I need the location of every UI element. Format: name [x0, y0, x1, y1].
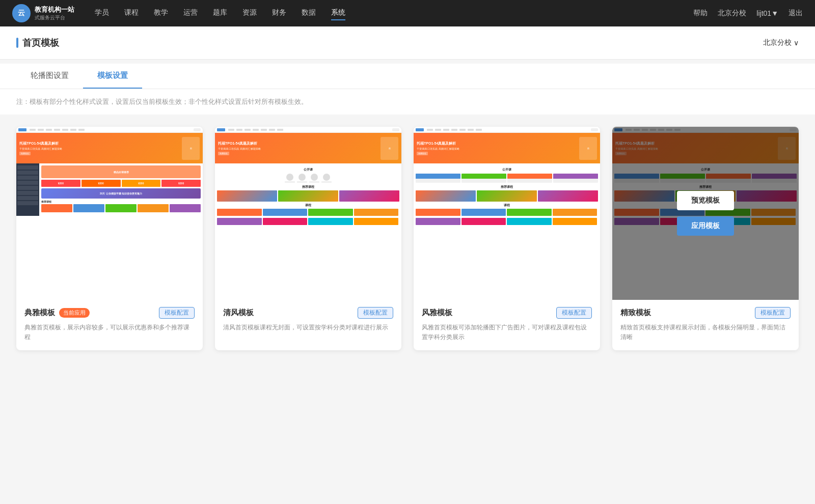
card-title-row-template-2: 清风模板模板配置	[223, 307, 393, 319]
card-footer-template-3: 风雅模板模板配置风雅首页模板可添加轮播图下广告图片，可对课程及课程包设置学科分类…	[414, 300, 600, 350]
template-preview-template-1: 托福TPO1-54真题及解析 干货满满 口语实战 高频词汇 解题策略 免费报名 …	[16, 127, 203, 300]
nav-menu-item-教学[interactable]: 教学	[154, 6, 168, 20]
config-button-template-1[interactable]: 模板配置	[159, 307, 195, 319]
config-button-template-2[interactable]: 模板配置	[358, 307, 393, 319]
logo-icon: 云	[12, 4, 31, 22]
card-title-row-template-3: 风雅模板模板配置	[422, 307, 592, 319]
card-footer-template-4: 精致模板模板配置精致首页模板支持课程展示封面，各模板分隔明显，界面简洁清晰	[612, 300, 799, 350]
tab-group: 轮播图设置模板设置	[16, 64, 799, 89]
content-area: 托福TPO1-54真题及解析 干货满满 口语实战 高频词汇 解题策略 免费报名 …	[0, 115, 815, 362]
apply-button-template-3[interactable]: 应用模板	[478, 216, 535, 236]
top-navigation: 云 教育机构一站 式服务云平台 学员课程教学运营题库资源财务数据系统 帮助 北京…	[0, 0, 815, 26]
template-card-template-4: 托福TPO1-54真题及解析 干货满满 口语实战 高频词汇 解题策略 免费报名 …	[612, 127, 799, 350]
nav-menu-item-数据[interactable]: 数据	[302, 6, 316, 20]
template-preview-template-3: 托福TPO1-54真题及解析 干货满满 口语实战 高频词汇 解题策略 免费报名 …	[414, 127, 600, 300]
page-title: 首页模板	[22, 37, 59, 49]
nav-menu-item-学员[interactable]: 学员	[95, 6, 109, 20]
nav-right: 帮助 北京分校 lijt01▼ 退出	[693, 9, 803, 18]
template-desc-template-1: 典雅首页模板，展示内容较多，可以展示优惠券和多个推荐课程	[24, 323, 195, 342]
logo-text: 教育机构一站 式服务云平台	[35, 5, 74, 21]
template-name-template-2: 清风模板	[223, 308, 254, 318]
card-footer-template-2: 清风模板模板配置清风首页模板课程无封面，可设置按学科分类对课程进行展示	[215, 300, 401, 341]
nav-menu: 学员课程教学运营题库资源财务数据系统	[95, 6, 693, 20]
nav-menu-item-运营[interactable]: 运营	[183, 6, 198, 20]
config-button-template-3[interactable]: 模板配置	[556, 307, 592, 319]
logo-line2: 式服务云平台	[35, 14, 74, 21]
tabs-area: 轮播图设置模板设置	[0, 64, 815, 89]
config-button-template-4[interactable]: 模板配置	[755, 307, 791, 319]
logo: 云 教育机构一站 式服务云平台	[12, 4, 74, 22]
template-name-template-4: 精致模板	[620, 308, 651, 318]
template-card-template-1: 托福TPO1-54真题及解析 干货满满 口语实战 高频词汇 解题策略 免费报名 …	[16, 127, 203, 350]
template-preview-template-2: 托福TPO1-54真题及解析 干货满满 口语实战 高频词汇 解题策略 免费报名 …	[215, 127, 401, 300]
branch-selector[interactable]: 北京分校 ∨	[763, 38, 799, 47]
apply-button-template-2[interactable]: 应用模板	[280, 216, 337, 236]
preview-button-template-4[interactable]: 预览模板	[677, 191, 734, 210]
template-desc-template-4: 精致首页模板支持课程展示封面，各模板分隔明显，界面简洁清晰	[620, 323, 791, 342]
nav-branch[interactable]: 北京分校	[718, 9, 746, 18]
apply-button-template-1[interactable]: 应用模板	[81, 216, 138, 236]
nav-user[interactable]: lijt01▼	[756, 9, 778, 17]
preview-button-template-3[interactable]: 预览模板	[478, 191, 535, 210]
page-header: 首页模板 北京分校 ∨	[0, 26, 815, 60]
chevron-down-icon: ∨	[794, 39, 799, 47]
card-title-row-template-1: 典雅模板当前应用模板配置	[24, 307, 195, 319]
title-bar-decoration	[16, 38, 18, 48]
template-badge-template-1: 当前应用	[59, 308, 90, 318]
template-overlay-template-4: 预览模板应用模板	[612, 127, 799, 300]
notice-text: 注：模板有部分个性化样式设置，设置后仅当前模板生效；非个性化样式设置后针对所有模…	[0, 89, 815, 115]
template-desc-template-3: 风雅首页模板可添加轮播图下广告图片，可对课程及课程包设置学科分类展示	[422, 323, 592, 342]
logo-line1: 教育机构一站	[35, 5, 74, 14]
preview-button-template-2[interactable]: 预览模板	[280, 191, 337, 210]
template-name-template-1: 典雅模板	[24, 308, 55, 318]
templates-grid: 托福TPO1-54真题及解析 干货满满 口语实战 高频词汇 解题策略 免费报名 …	[16, 127, 799, 350]
template-card-template-2: 托福TPO1-54真题及解析 干货满满 口语实战 高频词汇 解题策略 免费报名 …	[215, 127, 401, 350]
card-footer-template-1: 典雅模板当前应用模板配置典雅首页模板，展示内容较多，可以展示优惠券和多个推荐课程	[16, 300, 203, 350]
apply-button-template-4[interactable]: 应用模板	[677, 216, 734, 236]
template-name-template-3: 风雅模板	[422, 308, 452, 318]
template-desc-template-2: 清风首页模板课程无封面，可设置按学科分类对课程进行展示	[223, 323, 393, 332]
template-preview-template-4: 托福TPO1-54真题及解析 干货满满 口语实战 高频词汇 解题策略 免费报名 …	[612, 127, 799, 300]
nav-menu-item-题库[interactable]: 题库	[213, 6, 227, 20]
tab-模板设置[interactable]: 模板设置	[83, 64, 142, 89]
nav-menu-item-资源[interactable]: 资源	[242, 6, 257, 20]
template-card-template-3: 托福TPO1-54真题及解析 干货满满 口语实战 高频词汇 解题策略 免费报名 …	[414, 127, 600, 350]
tab-轮播图设置[interactable]: 轮播图设置	[16, 64, 83, 89]
nav-help[interactable]: 帮助	[693, 9, 708, 18]
page-title-wrap: 首页模板	[16, 37, 59, 49]
nav-logout[interactable]: 退出	[789, 9, 803, 18]
card-title-row-template-4: 精致模板模板配置	[620, 307, 791, 319]
nav-menu-item-系统[interactable]: 系统	[331, 6, 345, 20]
nav-menu-item-课程[interactable]: 课程	[124, 6, 139, 20]
nav-menu-item-财务[interactable]: 财务	[272, 6, 286, 20]
preview-button-template-1[interactable]: 预览模板	[81, 191, 138, 210]
